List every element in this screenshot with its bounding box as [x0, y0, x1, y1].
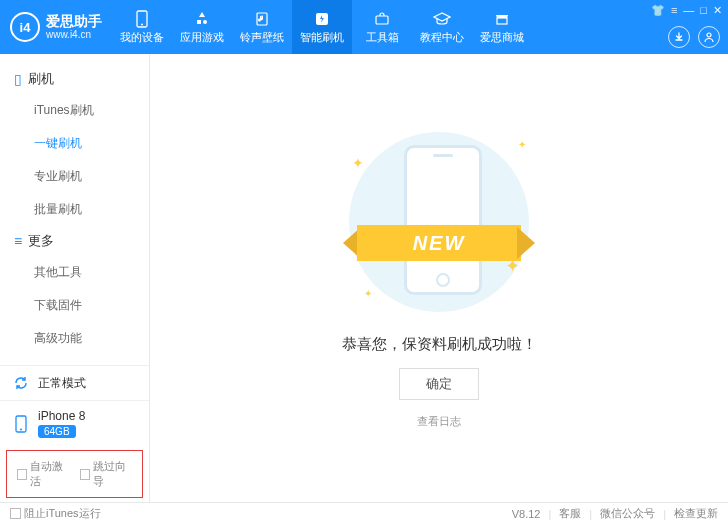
svg-rect-5 — [497, 18, 507, 24]
nav-tutorials[interactable]: 教程中心 — [412, 0, 472, 54]
checkbox-block-itunes[interactable]: 阻止iTunes运行 — [10, 506, 101, 521]
sparkle-icon: ✦ — [518, 139, 526, 150]
brand: i4 爱思助手 www.i4.cn — [0, 0, 112, 54]
more-icon: ≡ — [14, 233, 22, 249]
sidebar-item-itunes-flash[interactable]: iTunes刷机 — [0, 94, 149, 127]
nav-label: 应用游戏 — [180, 30, 224, 45]
nav-store[interactable]: 爱思商城 — [472, 0, 532, 54]
check-update-link[interactable]: 检查更新 — [674, 506, 718, 521]
maximize-icon[interactable]: □ — [700, 4, 707, 17]
nav-label: 爱思商城 — [480, 30, 524, 45]
nav-apps[interactable]: 应用游戏 — [172, 0, 232, 54]
sidebar-item-other-tools[interactable]: 其他工具 — [0, 256, 149, 289]
tutorial-icon — [433, 10, 451, 28]
svg-point-6 — [707, 33, 711, 37]
new-ribbon: NEW — [339, 217, 539, 267]
sidebar-item-advanced[interactable]: 高级功能 — [0, 322, 149, 355]
menu-icon[interactable]: ≡ — [671, 4, 677, 17]
music-icon — [253, 10, 271, 28]
connected-device[interactable]: iPhone 8 64GB — [0, 401, 149, 446]
minimize-icon[interactable]: ― — [683, 4, 694, 17]
device-storage-badge: 64GB — [38, 425, 76, 438]
success-illustration: ✦ ✦ ✦ ✦ NEW — [334, 127, 544, 317]
nav-toolbox[interactable]: 工具箱 — [352, 0, 412, 54]
sidebar-item-oneclick-flash[interactable]: 一键刷机 — [0, 127, 149, 160]
group-title: 更多 — [28, 232, 54, 250]
brand-subtitle: www.i4.cn — [46, 29, 102, 40]
nav-label: 工具箱 — [366, 30, 399, 45]
device-mode[interactable]: 正常模式 — [0, 366, 149, 401]
store-icon — [493, 10, 511, 28]
sparkle-icon: ✦ — [352, 155, 364, 171]
app-header: i4 爱思助手 www.i4.cn 我的设备 应用游戏 铃声壁纸 智能刷机 工具… — [0, 0, 728, 54]
checkbox-label: 阻止iTunes运行 — [24, 506, 101, 521]
success-message: 恭喜您，保资料刷机成功啦！ — [342, 335, 537, 354]
version-label: V8.12 — [512, 508, 541, 520]
main-content: ✦ ✦ ✦ ✦ NEW 恭喜您，保资料刷机成功啦！ 确定 查看日志 — [150, 54, 728, 502]
sidebar: ▯ 刷机 iTunes刷机 一键刷机 专业刷机 批量刷机 ≡ 更多 其他工具 下… — [0, 54, 150, 502]
download-button[interactable] — [668, 26, 690, 48]
status-bar: 阻止iTunes运行 V8.12 | 客服 | 微信公众号 | 检查更新 — [0, 502, 728, 524]
nav-label: 智能刷机 — [300, 30, 344, 45]
sidebar-group-more: ≡ 更多 — [0, 226, 149, 256]
close-icon[interactable]: ✕ — [713, 4, 722, 17]
checkbox-skip-guide[interactable]: 跳过向导 — [80, 459, 133, 489]
svg-point-1 — [141, 23, 143, 25]
mode-label: 正常模式 — [38, 375, 86, 392]
flash-icon — [313, 10, 331, 28]
checkbox-auto-activate[interactable]: 自动激活 — [17, 459, 70, 489]
skin-icon[interactable]: 👕 — [651, 4, 665, 17]
ribbon-text: NEW — [357, 225, 521, 261]
sidebar-item-batch-flash[interactable]: 批量刷机 — [0, 193, 149, 226]
svg-point-8 — [20, 428, 22, 430]
checkbox-label: 自动激活 — [30, 459, 69, 489]
support-link[interactable]: 客服 — [559, 506, 581, 521]
window-controls: 👕 ≡ ― □ ✕ — [651, 4, 722, 17]
sidebar-group-flash: ▯ 刷机 — [0, 64, 149, 94]
nav-label: 铃声壁纸 — [240, 30, 284, 45]
checkbox-label: 跳过向导 — [93, 459, 132, 489]
sparkle-icon: ✦ — [364, 288, 372, 299]
top-nav: 我的设备 应用游戏 铃声壁纸 智能刷机 工具箱 教程中心 爱思商城 — [112, 0, 728, 54]
nav-my-device[interactable]: 我的设备 — [112, 0, 172, 54]
nav-label: 教程中心 — [420, 30, 464, 45]
svg-rect-4 — [376, 16, 388, 24]
nav-ringtones[interactable]: 铃声壁纸 — [232, 0, 292, 54]
flash-options-highlighted: 自动激活 跳过向导 — [6, 450, 143, 498]
wechat-link[interactable]: 微信公众号 — [600, 506, 655, 521]
toolbox-icon — [373, 10, 391, 28]
device-name: iPhone 8 — [38, 409, 85, 423]
phone-icon — [133, 10, 151, 28]
ok-button[interactable]: 确定 — [399, 368, 479, 400]
refresh-icon — [12, 374, 30, 392]
group-title: 刷机 — [28, 70, 54, 88]
sidebar-item-download-firmware[interactable]: 下载固件 — [0, 289, 149, 322]
phone-outline-icon: ▯ — [14, 71, 22, 87]
nav-label: 我的设备 — [120, 30, 164, 45]
brand-title: 爱思助手 — [46, 14, 102, 29]
account-button[interactable] — [698, 26, 720, 48]
sidebar-item-pro-flash[interactable]: 专业刷机 — [0, 160, 149, 193]
nav-flash[interactable]: 智能刷机 — [292, 0, 352, 54]
brand-logo-icon: i4 — [10, 12, 40, 42]
view-log-link[interactable]: 查看日志 — [417, 414, 461, 429]
apps-icon — [193, 10, 211, 28]
device-phone-icon — [12, 415, 30, 433]
